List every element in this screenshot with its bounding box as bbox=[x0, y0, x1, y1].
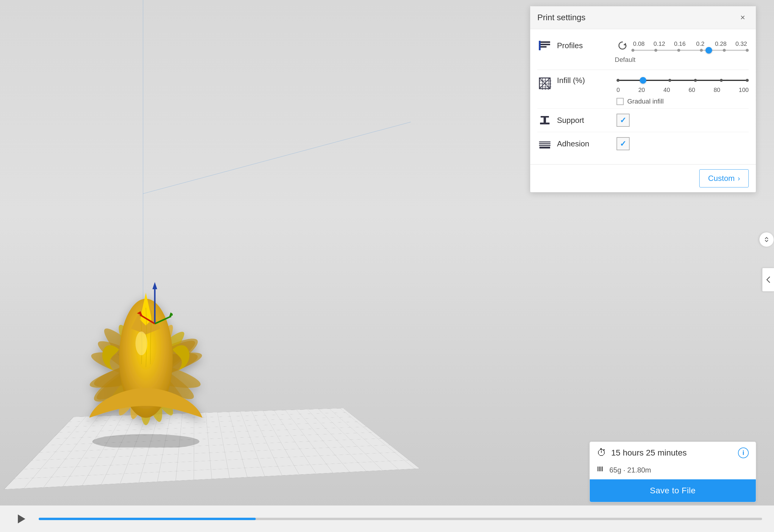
profiles-slider-area: 0.08 0.12 0.16 0.2 0.28 0.32 bbox=[631, 40, 749, 51]
right-panel-toggle-2[interactable] bbox=[759, 232, 774, 247]
dot-4 bbox=[700, 49, 703, 52]
gradual-infill-checkbox[interactable] bbox=[617, 98, 624, 105]
profiles-icon bbox=[537, 38, 552, 53]
adhesion-check-mark: ✓ bbox=[620, 139, 626, 148]
infill-track-wrapper[interactable] bbox=[617, 76, 749, 85]
adhesion-label: Adhesion bbox=[557, 139, 617, 148]
dot-1 bbox=[631, 49, 634, 52]
profiles-label: Profiles bbox=[557, 41, 617, 50]
infill-label-0: 0 bbox=[617, 87, 620, 93]
time-row: ⏱ 15 hours 25 minutes i bbox=[590, 442, 756, 464]
svg-rect-47 bbox=[599, 467, 600, 471]
infill-icon bbox=[537, 76, 552, 91]
infill-dot-6 bbox=[746, 79, 749, 82]
custom-button-label: Custom bbox=[708, 174, 735, 183]
clock-icon: ⏱ bbox=[597, 447, 606, 458]
infill-label-60: 60 bbox=[689, 87, 695, 93]
support-icon bbox=[537, 113, 552, 128]
svg-rect-49 bbox=[602, 467, 603, 471]
svg-rect-48 bbox=[601, 467, 601, 471]
tick-4: 0.2 bbox=[693, 40, 708, 47]
infill-label-20: 20 bbox=[638, 87, 645, 93]
support-label: Support bbox=[557, 116, 617, 125]
print-settings-panel: Print settings × Profiles bbox=[530, 6, 756, 193]
timeline-bar bbox=[0, 505, 774, 532]
profile-default-label: Default bbox=[615, 56, 636, 64]
profiles-slider-thumb[interactable] bbox=[706, 47, 712, 54]
svg-rect-26 bbox=[540, 44, 550, 45]
build-volume-line-horizontal bbox=[143, 122, 411, 194]
svg-line-20 bbox=[140, 315, 155, 324]
infill-dots bbox=[617, 79, 749, 82]
custom-button[interactable]: Custom › bbox=[699, 169, 749, 187]
svg-point-17 bbox=[92, 434, 199, 447]
infill-slider-area: 0 20 40 60 80 100 Gradual infill bbox=[617, 76, 749, 105]
play-button[interactable] bbox=[12, 510, 30, 528]
save-to-file-button[interactable]: Save to File bbox=[590, 479, 756, 502]
custom-button-arrow: › bbox=[738, 174, 740, 183]
svg-marker-29 bbox=[623, 43, 626, 46]
profile-default-row: Default bbox=[615, 56, 749, 64]
tick-6: 0.32 bbox=[734, 40, 749, 47]
svg-point-16 bbox=[135, 331, 147, 355]
infill-slider-thumb[interactable] bbox=[640, 77, 646, 84]
svg-marker-19 bbox=[152, 282, 157, 289]
gradual-infill-row: Gradual infill bbox=[617, 98, 749, 105]
dot-2 bbox=[654, 49, 657, 52]
support-check-mark: ✓ bbox=[620, 116, 626, 125]
svg-marker-21 bbox=[137, 311, 142, 315]
tick-1: 0.08 bbox=[631, 40, 646, 47]
svg-line-22 bbox=[155, 316, 171, 324]
reset-icon[interactable] bbox=[617, 40, 628, 51]
timeline-progress bbox=[39, 518, 256, 520]
timeline-track[interactable] bbox=[39, 518, 762, 520]
filament-icon bbox=[597, 465, 606, 475]
info-icon[interactable]: i bbox=[738, 447, 749, 458]
slider-dots bbox=[631, 49, 749, 52]
infill-dot-4 bbox=[694, 79, 697, 82]
slider-track bbox=[631, 50, 749, 51]
infill-track bbox=[617, 80, 749, 81]
infill-dot-3 bbox=[668, 79, 671, 82]
infill-dot-1 bbox=[617, 79, 620, 82]
close-button[interactable]: × bbox=[737, 12, 749, 24]
panel-footer: Custom › bbox=[530, 164, 756, 192]
infill-label-80: 80 bbox=[714, 87, 720, 93]
adhesion-icon bbox=[537, 136, 552, 151]
adhesion-checkbox[interactable]: ✓ bbox=[617, 137, 630, 150]
dot-3 bbox=[677, 49, 680, 52]
panel-body: Profiles 0.08 0.12 0.16 0.2 0.28 0.32 bbox=[530, 29, 756, 164]
svg-marker-24 bbox=[18, 514, 25, 523]
adhesion-row: Adhesion ✓ bbox=[537, 132, 749, 155]
gradual-infill-label: Gradual infill bbox=[627, 98, 664, 105]
dot-6 bbox=[746, 49, 749, 52]
material-text: 65g · 21.80m bbox=[609, 466, 651, 474]
dot-5 bbox=[723, 49, 726, 52]
infill-label: Infill (%) bbox=[557, 76, 617, 85]
panel-header: Print settings × bbox=[530, 6, 756, 29]
infill-label-100: 100 bbox=[739, 87, 749, 93]
divider-1 bbox=[537, 70, 749, 70]
infill-labels: 0 20 40 60 80 100 bbox=[617, 87, 749, 93]
support-checkbox[interactable]: ✓ bbox=[617, 114, 630, 127]
time-display: 15 hours 25 minutes bbox=[611, 448, 733, 458]
profiles-row: Profiles 0.08 0.12 0.16 0.2 0.28 0.32 bbox=[537, 38, 749, 53]
panel-title: Print settings bbox=[537, 13, 586, 22]
tick-3: 0.16 bbox=[673, 40, 687, 47]
svg-rect-28 bbox=[539, 41, 541, 50]
tick-5: 0.28 bbox=[713, 40, 728, 47]
svg-rect-25 bbox=[540, 41, 550, 43]
svg-rect-45 bbox=[540, 147, 550, 148]
slider-ticks: 0.08 0.12 0.16 0.2 0.28 0.32 bbox=[631, 40, 749, 47]
bottom-info-panel: ⏱ 15 hours 25 minutes i 65g · 21.80m Sav… bbox=[590, 442, 756, 502]
axes-indicator bbox=[137, 276, 173, 330]
svg-rect-39 bbox=[540, 123, 550, 124]
tick-2: 0.12 bbox=[652, 40, 667, 47]
infill-dot-5 bbox=[720, 79, 723, 82]
profiles-slider[interactable] bbox=[631, 50, 749, 51]
right-panel-toggle[interactable] bbox=[762, 268, 774, 292]
material-row: 65g · 21.80m bbox=[590, 464, 756, 479]
infill-label-40: 40 bbox=[664, 87, 670, 93]
svg-rect-46 bbox=[598, 467, 598, 471]
infill-row: Infill (%) bbox=[537, 76, 749, 105]
